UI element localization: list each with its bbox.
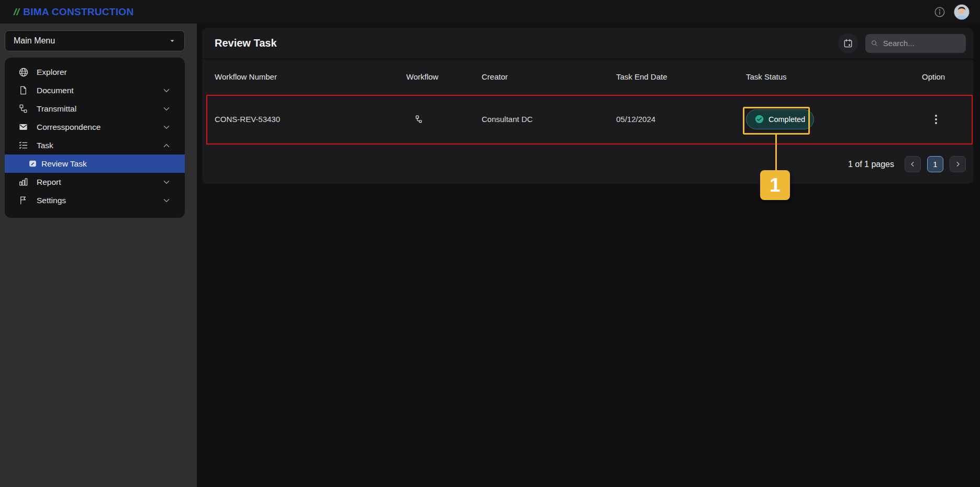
chevron-down-icon	[162, 178, 171, 187]
sidebar-menu: Explorer Document	[5, 58, 185, 218]
pagination: 1 of 1 pages 1	[202, 145, 973, 184]
calendar-button[interactable]	[838, 34, 858, 53]
column-header-workflow: Workflow	[406, 72, 482, 81]
pagination-summary: 1 of 1 pages	[848, 160, 894, 169]
app-logo: // BIMA CONSTRUCTION	[14, 6, 133, 18]
table-row: CONS-REV-53430 Consultant DC 05/12/2024	[202, 94, 973, 145]
task-list-icon	[18, 140, 29, 151]
header-actions	[838, 34, 966, 53]
sidebar-item-document[interactable]: Document	[5, 81, 185, 99]
previous-page-button[interactable]	[905, 156, 921, 172]
cell-task-end-date: 05/12/2024	[616, 115, 746, 124]
page-number-button[interactable]: 1	[927, 156, 943, 172]
cell-creator: Consultant DC	[482, 115, 616, 124]
review-icon	[28, 159, 37, 168]
chevron-down-icon	[162, 196, 171, 205]
sidebar: Main Menu Explorer Do	[0, 24, 197, 487]
app-root: // BIMA CONSTRUCTION Main Menu	[0, 0, 980, 487]
caret-down-icon	[169, 37, 176, 45]
main-menu-select[interactable]: Main Menu	[5, 30, 185, 51]
sidebar-item-label: Document	[37, 86, 74, 95]
cell-task-status: Completed	[746, 109, 922, 129]
column-header-option: Option	[922, 72, 961, 81]
sidebar-item-report[interactable]: Report	[5, 173, 185, 191]
sidebar-item-label: Task	[37, 141, 53, 150]
chevron-down-icon	[162, 104, 171, 114]
status-label: Completed	[769, 115, 805, 124]
sidebar-item-task[interactable]: Task	[5, 136, 185, 154]
topbar: // BIMA CONSTRUCTION	[0, 0, 980, 24]
column-header-task-end-date: Task End Date	[616, 72, 746, 81]
search-icon	[871, 39, 878, 48]
sidebar-item-corresspondence[interactable]: Corresspondence	[5, 118, 185, 136]
flag-icon	[18, 195, 29, 206]
sidebar-item-label: Settings	[37, 196, 66, 205]
workflow-icon[interactable]	[414, 114, 424, 124]
table-header-row: Workflow Number Workflow Creator Task En…	[202, 59, 973, 94]
sidebar-item-label: Transmittal	[37, 104, 76, 114]
column-header-creator: Creator	[482, 72, 616, 81]
sidebar-item-settings[interactable]: Settings	[5, 191, 185, 209]
document-icon	[18, 85, 29, 96]
info-icon[interactable]	[934, 6, 945, 18]
page-title: Review Task	[215, 37, 277, 49]
sidebar-item-label: Explorer	[37, 68, 67, 77]
sidebar-item-review-task[interactable]: Review Task	[5, 154, 185, 173]
review-task-card: Review Task	[202, 28, 973, 184]
globe-icon	[18, 67, 29, 78]
sidebar-item-explorer[interactable]: Explorer	[5, 63, 185, 81]
status-badge: Completed	[746, 109, 814, 129]
next-page-button[interactable]	[950, 156, 966, 172]
logo-text: BIMA CONSTRUCTION	[23, 6, 133, 18]
chevron-down-icon	[162, 86, 171, 95]
sidebar-item-label: Report	[37, 178, 61, 187]
cell-workflow-number: CONS-REV-53430	[215, 115, 406, 124]
mail-icon	[18, 121, 29, 132]
column-header-workflow-number: Workflow Number	[215, 72, 406, 81]
sidebar-item-transmittal[interactable]: Transmittal	[5, 99, 185, 118]
chevron-down-icon	[162, 123, 171, 132]
sidebar-item-label: Review Task	[41, 159, 87, 169]
topbar-actions	[934, 4, 970, 20]
row-options-kebab-icon[interactable]	[932, 115, 940, 124]
column-header-task-status: Task Status	[746, 72, 922, 81]
main-menu-select-label: Main Menu	[14, 36, 55, 46]
search-box	[865, 34, 966, 53]
card-header: Review Task	[202, 28, 973, 59]
report-icon	[18, 176, 29, 187]
transmittal-icon	[18, 103, 29, 114]
chevron-up-icon	[162, 141, 171, 150]
sidebar-item-label: Corresspondence	[37, 123, 101, 132]
check-circle-icon	[755, 115, 764, 124]
logo-slashes: //	[14, 6, 19, 18]
user-avatar[interactable]	[954, 4, 970, 20]
search-input[interactable]	[883, 39, 961, 48]
